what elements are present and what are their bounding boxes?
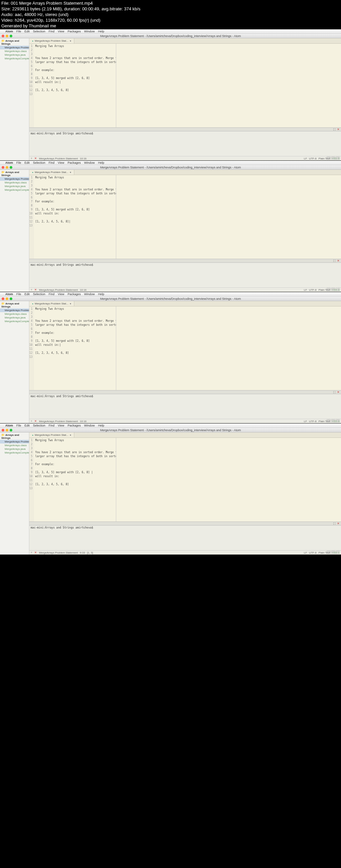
editor-tab[interactable]: ●MergeArrays Problem Stat...● xyxy=(29,170,74,175)
status-encoding[interactable]: UTF-8 xyxy=(309,420,317,423)
menu-file[interactable]: File xyxy=(16,30,21,33)
status-encoding[interactable]: UTF-8 xyxy=(309,157,317,160)
status-plus-icon[interactable]: + xyxy=(31,157,32,160)
menu-find[interactable]: Find xyxy=(48,161,55,164)
maximize-button[interactable] xyxy=(10,166,12,169)
menu-file[interactable]: File xyxy=(16,424,21,427)
menu-selection[interactable]: Selection xyxy=(33,292,45,296)
menu-packages[interactable]: Packages xyxy=(68,424,81,427)
sidebar-root[interactable]: 📁 Arrays and Strings xyxy=(0,170,29,177)
status-lf[interactable]: LF xyxy=(304,288,307,291)
menu-selection[interactable]: Selection xyxy=(33,424,45,427)
status-close-icon[interactable]: ✕ xyxy=(34,288,37,291)
menu-find[interactable]: Find xyxy=(48,424,55,427)
menu-find[interactable]: Find xyxy=(48,30,55,33)
menu-atom[interactable]: Atom xyxy=(5,30,13,33)
tab-close-icon[interactable]: ● xyxy=(70,434,71,436)
status-encoding[interactable]: UTF-8 xyxy=(309,551,317,554)
menu-file[interactable]: File xyxy=(16,161,21,164)
tab-close-icon[interactable]: ● xyxy=(70,39,71,42)
menu-selection[interactable]: Selection xyxy=(33,30,45,33)
menu-find[interactable]: Find xyxy=(48,292,55,296)
sidebar-item-active[interactable]: MergeArrays Problem Stateme xyxy=(0,308,29,312)
menu-edit[interactable]: Edit xyxy=(25,161,30,164)
sidebar-item[interactable]: MergeArrays.java xyxy=(0,53,29,57)
close-button[interactable] xyxy=(2,298,4,300)
menu-packages[interactable]: Packages xyxy=(68,30,81,33)
sidebar-item-active[interactable]: MergeArrays Problem Stateme xyxy=(0,440,29,443)
maximize-button[interactable] xyxy=(10,298,12,300)
menu-window[interactable]: Window xyxy=(84,161,95,164)
menu-help[interactable]: Help xyxy=(98,30,104,33)
terminal-panel[interactable]: mac-mini:Arrays and Strings amirtcheva$ xyxy=(29,394,341,419)
status-plus-icon[interactable]: + xyxy=(31,288,32,291)
sidebar-item[interactable]: MergeArrays.class xyxy=(0,49,29,53)
sidebar-item[interactable]: MergeArrays.java xyxy=(0,316,29,319)
menu-help[interactable]: Help xyxy=(98,424,104,427)
sidebar-item[interactable]: MergeArrays.java xyxy=(0,184,29,188)
sidebar-root[interactable]: 📁 Arrays and Strings xyxy=(0,39,29,46)
sidebar-item[interactable]: MergeArraysComplexity xyxy=(0,319,29,323)
sidebar-item[interactable]: MergeArrays.class xyxy=(0,443,29,447)
sidebar-item-active[interactable]: MergeArrays Problem Stateme xyxy=(0,177,29,181)
status-lf[interactable]: LF xyxy=(304,157,307,160)
menu-atom[interactable]: Atom xyxy=(5,161,13,164)
terminal-expand-icon[interactable]: ⛶ xyxy=(333,391,336,394)
menu-view[interactable]: View xyxy=(58,424,64,427)
menu-edit[interactable]: Edit xyxy=(25,292,30,296)
sidebar-item-active[interactable]: MergeArrays Problem Stateme xyxy=(0,46,29,49)
status-lf[interactable]: LF xyxy=(304,551,307,554)
menu-view[interactable]: View xyxy=(58,30,64,33)
menu-atom[interactable]: Atom xyxy=(5,424,13,427)
minimize-button[interactable] xyxy=(6,429,8,432)
status-plus-icon[interactable]: + xyxy=(31,420,32,423)
editor-tab[interactable]: ●MergeArrays Problem Stat...● xyxy=(29,301,74,306)
sidebar-item[interactable]: MergeArrays.class xyxy=(0,312,29,316)
status-lf[interactable]: LF xyxy=(304,420,307,423)
editor-pane-right[interactable] xyxy=(116,175,341,259)
status-encoding[interactable]: UTF-8 xyxy=(309,288,317,291)
menu-edit[interactable]: Edit xyxy=(25,424,30,427)
sidebar-item[interactable]: MergeArrays.class xyxy=(0,181,29,184)
editor-pane-right[interactable] xyxy=(116,438,341,522)
terminal-close-icon[interactable]: ✕ xyxy=(337,128,340,131)
sidebar-item[interactable]: MergeArraysComplexity xyxy=(0,451,29,455)
menu-window[interactable]: Window xyxy=(84,424,95,427)
close-button[interactable] xyxy=(2,166,4,169)
terminal-panel[interactable]: mac-mini:Arrays and Strings amirtcheva$ xyxy=(29,526,341,550)
terminal-close-icon[interactable]: ✕ xyxy=(337,391,340,394)
tab-close-icon[interactable]: ● xyxy=(70,171,71,174)
minimize-button[interactable] xyxy=(6,35,8,37)
editor-tab[interactable]: ●MergeArrays Problem Stat...● xyxy=(29,433,74,437)
status-close-icon[interactable]: ✕ xyxy=(34,551,37,554)
menu-view[interactable]: View xyxy=(58,161,64,164)
editor-tab[interactable]: ● MergeArrays Problem Stat... ● xyxy=(29,38,74,43)
status-close-icon[interactable]: ✕ xyxy=(34,420,37,423)
maximize-button[interactable] xyxy=(10,35,12,37)
terminal-expand-icon[interactable]: ⛶ xyxy=(333,260,336,262)
terminal-expand-icon[interactable]: ⛶ xyxy=(333,128,336,131)
terminal-panel[interactable]: mac-mini:Arrays and Strings amirtcheva$ xyxy=(29,131,341,156)
close-button[interactable] xyxy=(2,35,4,37)
menu-window[interactable]: Window xyxy=(84,292,95,296)
menu-view[interactable]: View xyxy=(58,292,64,296)
menu-file[interactable]: File xyxy=(16,292,21,296)
menu-packages[interactable]: Packages xyxy=(68,292,81,296)
menu-selection[interactable]: Selection xyxy=(33,161,45,164)
sidebar-item[interactable]: MergeArrays.java xyxy=(0,447,29,451)
sidebar-item[interactable]: MergeArraysComplexity xyxy=(0,188,29,192)
menu-help[interactable]: Help xyxy=(98,292,104,296)
menu-atom[interactable]: Atom xyxy=(5,292,13,296)
terminal-expand-icon[interactable]: ⛶ xyxy=(333,523,336,525)
editor-pane-right[interactable] xyxy=(116,306,341,390)
menu-help[interactable]: Help xyxy=(98,161,104,164)
editor-pane-right[interactable] xyxy=(116,44,341,127)
tab-close-icon[interactable]: ● xyxy=(70,302,71,305)
menu-edit[interactable]: Edit xyxy=(25,30,30,33)
status-close-icon[interactable]: ✕ xyxy=(34,157,37,160)
close-button[interactable] xyxy=(2,429,4,432)
terminal-close-icon[interactable]: ✕ xyxy=(337,259,340,262)
minimize-button[interactable] xyxy=(6,166,8,169)
menu-window[interactable]: Window xyxy=(84,30,95,33)
status-plus-icon[interactable]: + xyxy=(31,551,32,554)
